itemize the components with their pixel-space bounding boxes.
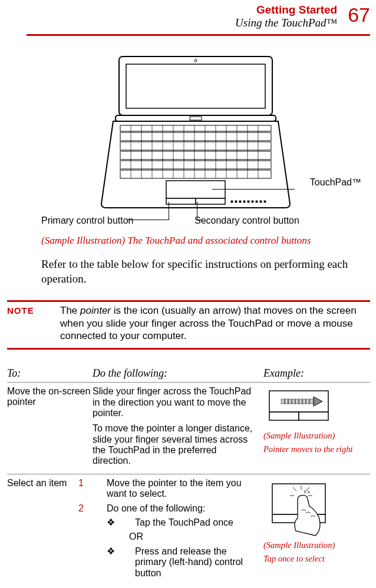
section-title: Using the TouchPad™ (235, 16, 337, 29)
header-to: To: (7, 367, 93, 380)
thumb-pointer-move (263, 386, 346, 427)
step-num-2: 2 (93, 503, 107, 514)
row2-bullet1: ❖Tap the TouchPad once (107, 517, 256, 528)
svg-rect-29 (239, 201, 241, 202)
note-rule-top (7, 300, 370, 302)
svg-rect-31 (248, 201, 249, 202)
step1-text: Move the pointer to the item you want to… (107, 478, 242, 499)
laptop-figure: TouchPad™ Primary control button Seconda… (41, 54, 349, 230)
note-before: The (60, 305, 80, 316)
row2-or: OR (129, 531, 256, 542)
row2-do: 1Move the pointer to the item you want t… (93, 478, 263, 582)
svg-rect-1 (126, 64, 265, 108)
table-row: Select an item 1Move the pointer to the … (7, 478, 370, 582)
chapter-title: Getting Started (235, 4, 337, 16)
svg-rect-37 (269, 412, 299, 420)
header-example: Example: (263, 367, 370, 380)
bullet-icon: ❖ (121, 546, 135, 557)
svg-text:1 x: 1 x (304, 489, 310, 494)
row1-do: Slide your finger across the TouchPad in… (93, 386, 263, 471)
svg-rect-30 (243, 201, 245, 202)
table-header: To: Do the following: Example: (7, 367, 370, 380)
thumb-tap-select: 1 x (263, 478, 346, 537)
svg-rect-10 (120, 170, 271, 178)
svg-rect-33 (256, 201, 258, 202)
svg-rect-5 (120, 125, 271, 131)
step-num-1: 1 (93, 478, 107, 489)
svg-rect-27 (231, 201, 233, 202)
svg-rect-26 (196, 198, 225, 204)
svg-rect-4 (190, 117, 202, 120)
row1-do-p2: To move the pointer a longer distance, s… (93, 423, 256, 467)
svg-rect-7 (120, 142, 271, 150)
svg-rect-24 (166, 181, 225, 198)
svg-point-2 (194, 59, 197, 62)
svg-rect-9 (120, 161, 271, 169)
row2-ex-sub: Tap once to select (263, 554, 370, 564)
svg-rect-34 (260, 201, 262, 202)
note-text: The pointer is the icon (usually an arro… (60, 304, 361, 342)
bullet2-text: Press and release the primary (left-hand… (135, 546, 243, 578)
header-titles: Getting Started Using the TouchPad™ (235, 4, 337, 29)
row1-ex-title: (Sample Illustration) (263, 431, 370, 441)
svg-rect-32 (252, 201, 253, 202)
table-row: Move the on-screen pointer Slide your fi… (7, 386, 370, 471)
note-block: NOTE The pointer is the icon (usually an… (7, 304, 361, 342)
row2-to: Select an item (7, 478, 93, 582)
row1-example: (Sample Illustration) Pointer moves to t… (263, 386, 370, 471)
svg-rect-38 (299, 412, 328, 420)
note-rule-bottom (7, 348, 370, 350)
callout-primary: Primary control button (41, 215, 134, 226)
page-header: Getting Started Using the TouchPad™ 67 (0, 0, 376, 32)
row2-example: 1 x (Sample Illustration) Tap once to se… (263, 478, 370, 582)
row2-step2: 2Do one of the following: (93, 503, 256, 514)
step2-text: Do one of the following: (107, 503, 205, 513)
bullet-icon: ❖ (121, 517, 135, 528)
figure-caption: (Sample Illustration) The TouchPad and a… (41, 235, 370, 247)
row1-do-p1: Slide your finger across the TouchPad in… (93, 386, 256, 418)
intro-text: Refer to the table below for specific in… (41, 257, 361, 286)
page-number: 67 (348, 5, 370, 25)
svg-rect-39 (281, 399, 314, 404)
table-rule-2 (7, 474, 370, 474)
note-label: NOTE (7, 304, 60, 342)
svg-rect-6 (120, 132, 271, 141)
svg-rect-50 (272, 514, 299, 523)
table-rule-1 (7, 382, 370, 383)
bullet1-text: Tap the TouchPad once (135, 517, 233, 527)
svg-rect-35 (264, 201, 266, 202)
svg-rect-25 (166, 198, 196, 204)
row2-step1: 1Move the pointer to the item you want t… (93, 478, 256, 500)
svg-rect-28 (235, 201, 237, 202)
row1-ex-sub: Pointer moves to the right (263, 444, 370, 454)
row2-ex-title: (Sample Illustration) (263, 540, 370, 550)
note-term: pointer (80, 305, 111, 316)
row2-bullet2: ❖Press and release the primary (left-han… (107, 546, 256, 579)
header-do: Do the following: (93, 367, 263, 380)
callout-touchpad: TouchPad™ (310, 177, 361, 188)
svg-rect-8 (120, 151, 271, 160)
callout-secondary: Secondary control button (194, 215, 299, 226)
header-rule (27, 34, 370, 36)
row1-to: Move the on-screen pointer (7, 386, 93, 471)
